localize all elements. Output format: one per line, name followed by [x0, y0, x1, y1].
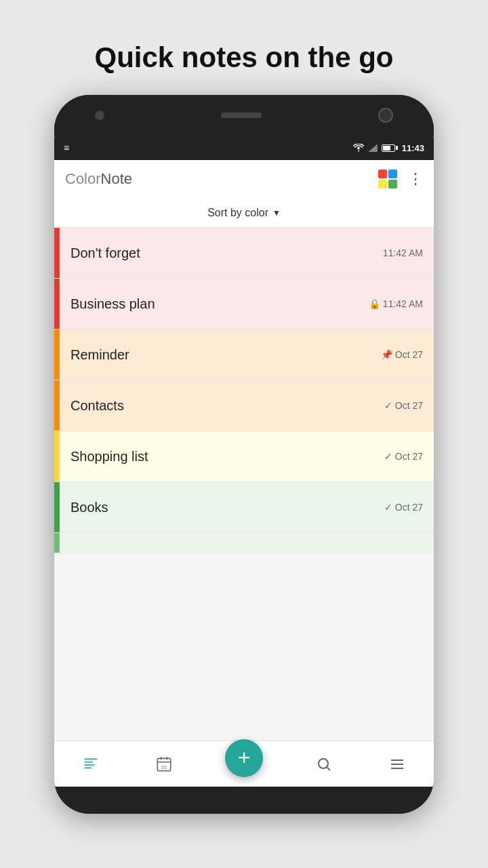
note-item[interactable]: Business plan 🔒 11:42 AM [54, 279, 434, 330]
note-content [60, 533, 434, 553]
note-item-partial[interactable] [54, 533, 434, 553]
note-color-bar [54, 380, 60, 431]
phone-bottom-bezel [54, 787, 434, 814]
note-content: Books ✓ Oct 27 [60, 482, 434, 532]
note-meta: 📌 Oct 27 [381, 349, 423, 360]
more-options-button[interactable]: ⋮ [408, 172, 423, 186]
status-time: 11:43 [402, 143, 424, 153]
note-color-bar [54, 228, 60, 278]
sort-arrow-icon: ▼ [272, 208, 281, 218]
search-icon [316, 756, 332, 772]
nav-item-search[interactable] [288, 741, 361, 787]
note-color-bar [54, 482, 60, 532]
phone-top-bezel [54, 95, 434, 136]
note-meta: ✓ Oct 27 [384, 502, 423, 513]
note-meta: ✓ Oct 27 [384, 451, 423, 462]
bottom-nav: 31 + [54, 741, 434, 787]
check-icon: ✓ [384, 451, 392, 462]
phone-screen: ≡ 11:43 [54, 136, 434, 787]
camera-lens [378, 108, 393, 123]
note-item[interactable]: Books ✓ Oct 27 [54, 482, 434, 533]
svg-rect-2 [84, 764, 94, 766]
wifi-icon [353, 144, 364, 152]
svg-rect-0 [84, 758, 98, 760]
sort-bar-label: Sort by color ▼ [207, 207, 281, 219]
note-title: Reminder [70, 347, 129, 363]
page-title: Quick notes on the go [67, 41, 420, 75]
fab-plus-icon: + [238, 747, 251, 768]
nav-item-menu[interactable] [361, 741, 434, 787]
nav-item-notes[interactable] [54, 741, 127, 787]
note-meta: 11:42 AM [383, 248, 423, 258]
color-cell-red [378, 170, 387, 178]
status-bar: ≡ 11:43 [54, 136, 434, 160]
notes-list: Don't forget 11:42 AM Business plan 🔒 11… [54, 228, 434, 741]
note-color-bar [54, 279, 60, 329]
check-icon: ✓ [384, 400, 392, 411]
svg-text:31: 31 [161, 764, 166, 770]
check-icon: ✓ [384, 502, 392, 513]
fab-button[interactable]: + [225, 739, 263, 777]
note-content: Don't forget 11:42 AM [60, 228, 434, 278]
note-meta: ✓ Oct 27 [384, 400, 423, 411]
note-title: Contacts [70, 398, 124, 414]
note-title: Shopping list [70, 449, 148, 465]
svg-point-9 [319, 759, 328, 768]
calendar-icon: 31 [155, 755, 173, 773]
note-item[interactable]: Shopping list ✓ Oct 27 [54, 431, 434, 482]
note-color-bar [54, 533, 60, 553]
front-camera [95, 111, 104, 120]
note-meta: 🔒 11:42 AM [369, 298, 423, 309]
note-title: Books [70, 500, 108, 515]
note-content: Shopping list ✓ Oct 27 [60, 431, 434, 481]
nav-item-calendar[interactable]: 31 [127, 741, 201, 787]
status-bar-left: ≡ [64, 142, 69, 153]
pin-icon: 📌 [381, 349, 392, 360]
note-title: Business plan [70, 296, 155, 312]
sort-bar[interactable]: Sort by color ▼ [54, 198, 434, 228]
phone-speaker [221, 113, 262, 118]
svg-rect-3 [84, 767, 92, 768]
app-logo: ColorNote [65, 170, 132, 188]
status-bar-right: 11:43 [353, 143, 424, 153]
note-title: Don't forget [70, 245, 140, 261]
battery-icon [382, 144, 398, 152]
color-cell-yellow [378, 180, 387, 189]
note-content: Reminder 📌 Oct 27 [60, 330, 434, 380]
app-bar: ColorNote ⋮ [54, 160, 434, 198]
notification-icon: ≡ [64, 142, 69, 153]
note-item[interactable]: Contacts ✓ Oct 27 [54, 380, 434, 431]
note-color-bar [54, 431, 60, 481]
note-item[interactable]: Reminder 📌 Oct 27 [54, 330, 434, 380]
svg-line-10 [327, 767, 331, 770]
signal-icon [368, 144, 378, 152]
note-color-bar [54, 330, 60, 380]
note-content: Business plan 🔒 11:42 AM [60, 279, 434, 329]
note-content: Contacts ✓ Oct 27 [60, 380, 434, 431]
app-bar-right: ⋮ [378, 170, 423, 189]
note-item[interactable]: Don't forget 11:42 AM [54, 228, 434, 279]
lock-icon: 🔒 [369, 298, 380, 309]
color-cell-green [388, 180, 397, 189]
notes-icon [82, 755, 100, 773]
color-cell-blue [388, 170, 397, 178]
svg-rect-1 [84, 762, 93, 763]
phone-frame: ≡ 11:43 [54, 95, 434, 814]
color-grid-icon[interactable] [378, 170, 397, 189]
hamburger-icon [389, 756, 405, 772]
